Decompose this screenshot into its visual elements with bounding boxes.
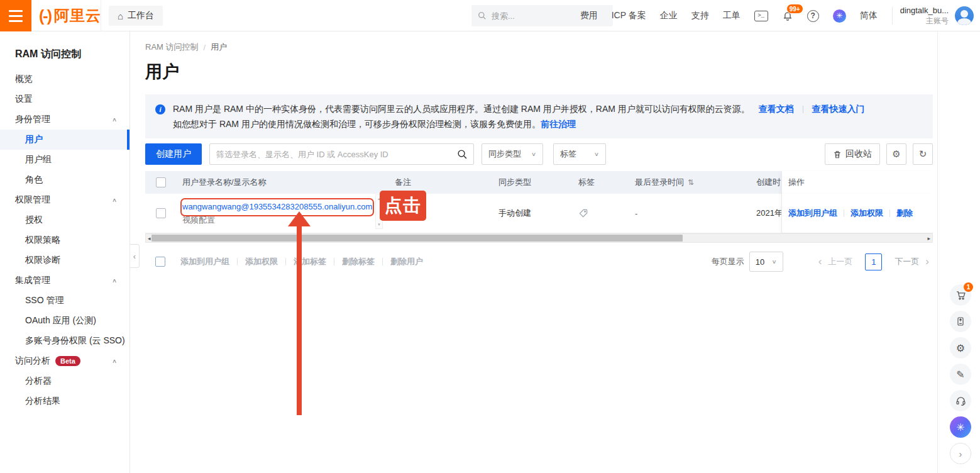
sidebar-item-integration-management[interactable]: 集成管理∧ — [0, 270, 129, 291]
sidebar-collapse-handle[interactable]: ‹ — [130, 244, 140, 268]
chevron-down-icon: ∨ — [772, 259, 777, 265]
feedback-button[interactable]: ✎ — [950, 364, 971, 385]
tag-cell[interactable] — [572, 194, 629, 233]
delete-user-link[interactable]: 删除 — [896, 208, 913, 219]
tag-icon[interactable] — [578, 208, 588, 218]
scroll-right-icon[interactable]: ▸ — [927, 234, 930, 242]
quickstart-link[interactable]: 查看快速入门 — [812, 104, 864, 114]
support-button[interactable] — [950, 390, 971, 411]
chevron-right-icon: › — [959, 448, 962, 459]
sort-icon[interactable]: ⇅ — [688, 178, 694, 187]
sidebar-item-sso[interactable]: SSO 管理 — [0, 291, 129, 311]
terminal-icon[interactable]: >_ — [754, 11, 768, 21]
table-header: 用户登录名称/显示名称 备注 同步类型 标签 最后登录时间⇅ 创建时 操作 — [145, 171, 933, 194]
next-page-chevron-icon[interactable]: › — [925, 255, 929, 268]
add-permission-link[interactable]: 添加权限 — [851, 208, 883, 219]
search-icon — [478, 11, 487, 20]
tag-filter-select[interactable]: 标签∨ — [553, 143, 606, 165]
batch-delete-user[interactable]: 删除用户 — [390, 256, 423, 267]
sidebar-item-overview[interactable]: 概览 — [0, 69, 129, 89]
view-docs-link[interactable]: 查看文档 — [759, 104, 794, 114]
docs-icon — [955, 316, 966, 326]
sidebar-item-policies[interactable]: 权限策略 — [0, 230, 129, 250]
sidebar-item-access-analysis[interactable]: 访问分析Beta∧ — [0, 351, 129, 371]
per-page-select[interactable]: 10∨ — [749, 252, 783, 272]
scroll-left-icon[interactable]: ◂ — [148, 234, 151, 242]
create-user-button[interactable]: 创建用户 — [145, 143, 202, 165]
headset-icon — [955, 396, 966, 406]
batch-select-checkbox[interactable] — [155, 257, 165, 267]
filter-search-icon[interactable] — [451, 144, 473, 164]
menu-enterprise[interactable]: 企业 — [660, 10, 678, 21]
sidebar-item-grants[interactable]: 授权 — [0, 210, 129, 230]
info-icon: i — [155, 104, 165, 114]
user-login-link[interactable]: wangwangwang@1935534283208555.onaliyun.c… — [182, 201, 372, 212]
batch-add-permission[interactable]: 添加权限 — [245, 256, 278, 267]
prev-page-chevron-icon[interactable]: ‹ — [818, 255, 822, 268]
topbar-right-menu: 费用 ICP 备案 企业 支持 工单 >_ 99+ ? ✳ 简体 dingtal… — [573, 0, 979, 31]
action-separator — [889, 209, 890, 217]
sidebar-item-settings[interactable]: 设置 — [0, 89, 129, 109]
menu-icp[interactable]: ICP 备案 — [612, 10, 646, 21]
menu-support[interactable]: 支持 — [691, 10, 709, 21]
ai-star-icon: ✳ — [956, 421, 964, 433]
sidebar-item-permission-management[interactable]: 权限管理∧ — [0, 190, 129, 210]
horizontal-scrollbar[interactable]: ◂ ▸ — [145, 233, 933, 243]
governance-link[interactable]: 前往治理 — [541, 119, 576, 129]
sidebar-item-roles[interactable]: 角色 — [0, 170, 129, 190]
table-settings-button[interactable]: ⚙ — [886, 143, 906, 165]
filter-input[interactable] — [210, 150, 451, 159]
cart-badge: 1 — [964, 282, 973, 292]
chevron-up-icon: ∧ — [112, 116, 117, 123]
next-page-button[interactable]: 下一页 — [895, 256, 919, 267]
col-header-name: 用户登录名称/显示名称 — [176, 171, 388, 194]
sidebar-item-user-groups[interactable]: 用户组 — [0, 150, 129, 170]
current-page-button[interactable]: 1 — [865, 253, 882, 270]
breadcrumb-separator: / — [204, 43, 206, 52]
gear-icon: ⚙ — [892, 148, 900, 160]
row-checkbox[interactable] — [156, 208, 166, 218]
workspace-button[interactable]: ⌂ 工作台 — [109, 6, 163, 26]
aliyun-logo[interactable]: (-) 阿里云 — [39, 0, 101, 31]
click-callout: 点击 — [380, 191, 426, 221]
account-info[interactable]: dingtalk_bu... 主账号 — [900, 6, 949, 25]
add-to-group-link[interactable]: 添加到用户组 — [788, 208, 837, 219]
batch-add-to-group[interactable]: 添加到用户组 — [180, 256, 229, 267]
scrollbar-thumb[interactable] — [151, 235, 683, 242]
menu-tickets[interactable]: 工单 — [723, 10, 741, 21]
user-table: 用户登录名称/显示名称 备注 同步类型 标签 最后登录时间⇅ 创建时 操作 wa… — [145, 171, 933, 243]
language-switch[interactable]: 简体 — [860, 10, 878, 21]
refresh-button[interactable]: ↻ — [913, 143, 933, 165]
bell-icon[interactable]: 99+ — [782, 10, 793, 21]
sidebar-item-cloud-sso[interactable]: 多账号身份权限 (云 SSO) — [0, 331, 129, 351]
banner-line1: RAM 用户是 RAM 中的一种实体身份，代表需要访问阿里云的人员或应用程序。通… — [173, 101, 923, 116]
sync-type-select[interactable]: 同步类型∨ — [482, 143, 543, 165]
hamburger-menu-icon[interactable] — [0, 0, 31, 31]
breadcrumb-root[interactable]: RAM 访问控制 — [145, 42, 199, 53]
sidebar-item-users[interactable]: 用户 — [0, 130, 129, 150]
user-avatar[interactable] — [955, 6, 974, 25]
notification-badge: 99+ — [786, 4, 803, 14]
logo-mark-icon: (-) — [39, 7, 51, 25]
recycle-bin-button[interactable]: 回收站 — [825, 143, 880, 165]
sidebar-item-oauth-apps[interactable]: OAuth 应用 (公测) — [0, 311, 129, 331]
help-icon[interactable]: ? — [807, 10, 819, 22]
home-icon: ⌂ — [118, 11, 123, 21]
sidebar-item-analysis-results[interactable]: 分析结果 — [0, 391, 129, 411]
settings-button[interactable]: ⚙ — [950, 337, 971, 359]
cart-button[interactable]: 1 — [950, 284, 971, 306]
ai-assistant-button[interactable]: ✳ — [950, 416, 971, 438]
menu-billing[interactable]: 费用 — [580, 10, 598, 21]
pointer-arrow-head — [288, 211, 311, 226]
sidebar-item-identity-management[interactable]: 身份管理∧ — [0, 109, 129, 130]
docs-button[interactable] — [950, 311, 971, 332]
sidebar-item-analyzer[interactable]: 分析器 — [0, 371, 129, 391]
rail-expand-button[interactable]: › — [950, 443, 971, 464]
select-all-checkbox[interactable] — [156, 177, 166, 187]
sidebar-item-permission-diagnosis[interactable]: 权限诊断 — [0, 250, 129, 270]
batch-delete-tag[interactable]: 删除标签 — [342, 256, 375, 267]
col-header-actions: 操作 — [781, 171, 933, 194]
ai-assistant-icon[interactable]: ✳ — [833, 9, 846, 23]
trash-icon — [833, 150, 842, 159]
prev-page-button[interactable]: 上一页 — [828, 256, 852, 267]
